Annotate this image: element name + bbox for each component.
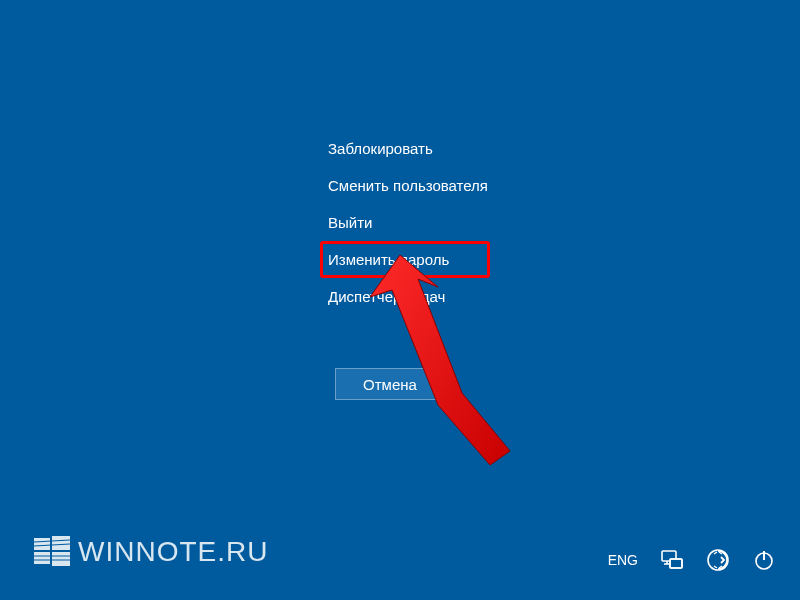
- menu-item-sign-out[interactable]: Выйти: [320, 204, 560, 241]
- menu-item-task-manager[interactable]: Диспетчер задач: [320, 278, 560, 315]
- svg-rect-1: [52, 536, 70, 550]
- menu-item-label: Диспетчер задач: [328, 288, 445, 305]
- menu-item-label: Выйти: [328, 214, 372, 231]
- watermark-text: WINNOTE.RU: [78, 536, 268, 568]
- language-indicator[interactable]: ENG: [608, 552, 638, 568]
- cancel-button[interactable]: Отмена: [335, 368, 445, 400]
- watermark-logo: WINNOTE.RU: [32, 532, 268, 572]
- svg-rect-9: [670, 559, 682, 568]
- cancel-button-label: Отмена: [363, 376, 417, 393]
- menu-item-label: Заблокировать: [328, 140, 433, 157]
- windows-logo-icon: [32, 532, 72, 572]
- menu-item-label: Изменить пароль: [328, 251, 449, 268]
- menu-item-switch-user[interactable]: Сменить пользователя: [320, 167, 560, 204]
- power-icon[interactable]: [752, 548, 776, 572]
- svg-rect-3: [52, 552, 70, 566]
- svg-rect-0: [34, 538, 50, 550]
- menu-item-lock[interactable]: Заблокировать: [320, 130, 560, 167]
- menu-item-change-password[interactable]: Изменить пароль: [320, 241, 490, 278]
- svg-rect-2: [34, 552, 50, 564]
- ease-of-access-icon[interactable]: [706, 548, 730, 572]
- security-options-menu: Заблокировать Сменить пользователя Выйти…: [320, 130, 560, 315]
- footer-icon-bar: ENG: [608, 548, 776, 572]
- network-icon[interactable]: [660, 548, 684, 572]
- menu-item-label: Сменить пользователя: [328, 177, 488, 194]
